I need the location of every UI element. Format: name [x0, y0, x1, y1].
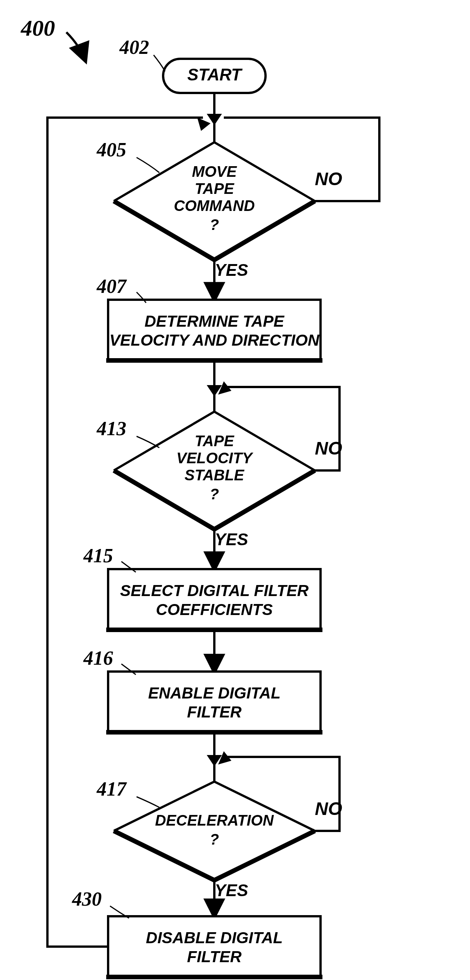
svg-text:?: ? [210, 486, 219, 502]
process-determine-velocity: DETERMINE TAPE VELOCITY AND DIRECTION [106, 300, 322, 360]
yes-label-d2: YES [215, 530, 248, 549]
ref-402: 402 [119, 37, 149, 58]
leader-405 [137, 158, 159, 173]
start-node: START [163, 59, 265, 93]
decision-velocity-stable: TAPE VELOCITY STABLE ? [114, 412, 315, 529]
yes-label-d1: YES [215, 261, 248, 279]
svg-text:VELOCITY AND DIRECTION: VELOCITY AND DIRECTION [109, 331, 320, 349]
process-select-coefficients: SELECT DIGITAL FILTER COEFFICIENTS [106, 569, 322, 630]
svg-text:DECELERATION: DECELERATION [155, 812, 274, 829]
svg-text:START: START [187, 65, 243, 84]
ref-416: 416 [83, 647, 113, 669]
svg-text:FILTER: FILTER [187, 703, 242, 721]
merge-top [197, 114, 222, 131]
merge-d2 [207, 381, 232, 396]
leader-413 [137, 436, 159, 448]
ref-407: 407 [96, 275, 127, 297]
svg-text:MOVE: MOVE [192, 163, 237, 180]
process-disable-filter: DISABLE DIGITAL FILTER [106, 916, 322, 977]
ref-413: 413 [96, 418, 126, 439]
svg-text:COMMAND: COMMAND [174, 197, 254, 214]
svg-text:TAPE: TAPE [195, 433, 235, 449]
ref-430: 430 [72, 888, 102, 910]
yes-label-d3: YES [215, 881, 248, 900]
no-label-d2: NO [315, 438, 342, 458]
svg-text:STABLE: STABLE [184, 467, 244, 484]
process-enable-filter: ENABLE DIGITAL FILTER [106, 671, 322, 732]
svg-text:FILTER: FILTER [187, 948, 242, 966]
svg-text:DISABLE DIGITAL: DISABLE DIGITAL [146, 929, 283, 947]
leader-402 [154, 55, 165, 71]
no-label-d1: NO [315, 169, 342, 189]
svg-text:?: ? [210, 831, 219, 848]
svg-text:?: ? [210, 216, 219, 233]
figure-ref-arrow [67, 32, 85, 61]
svg-text:VELOCITY: VELOCITY [176, 450, 253, 466]
svg-text:ENABLE DIGITAL: ENABLE DIGITAL [148, 684, 280, 702]
svg-text:DETERMINE TAPE: DETERMINE TAPE [144, 312, 285, 330]
svg-text:TAPE: TAPE [195, 180, 235, 197]
no-label-d3: NO [315, 799, 342, 819]
leader-417 [137, 797, 159, 807]
svg-text:SELECT DIGITAL FILTER: SELECT DIGITAL FILTER [120, 582, 309, 600]
merge-d3 [207, 751, 232, 767]
figure-ref: 400 [21, 16, 55, 41]
svg-text:COEFFICIENTS: COEFFICIENTS [156, 601, 273, 619]
decision-deceleration: DECELERATION ? [114, 781, 315, 880]
ref-415: 415 [83, 545, 113, 566]
ref-405: 405 [96, 139, 126, 161]
decision-move-tape-command: MOVE TAPE COMMAND ? [114, 142, 315, 260]
flowchart-diagram: 400 START 402 MOVE TAPE COMMAND ? 405 NO… [0, 0, 470, 980]
ref-417: 417 [96, 778, 127, 800]
